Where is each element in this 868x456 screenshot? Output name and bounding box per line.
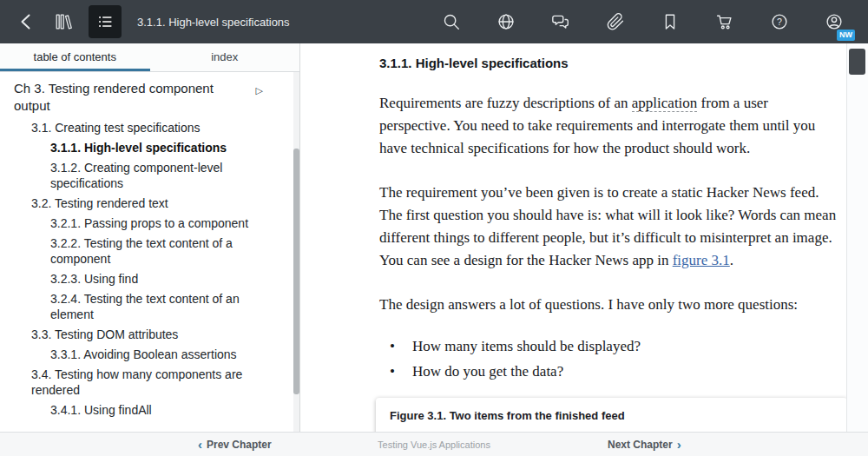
toc-item-chapter-3[interactable]: Ch 3. Testing rendered component output … [14,80,268,115]
toc-item-label: Ch 3. Testing rendered component output [14,81,214,113]
topbar-actions: ? NW [433,6,868,37]
next-chapter-button[interactable]: Next Chapter › [608,433,681,456]
discussions-button[interactable] [545,6,576,37]
table-of-contents: Ch 3. Testing rendered component output … [0,72,293,432]
toc-item-3-2[interactable]: 3.2. Testing rendered text [14,195,268,211]
glossary-term-application[interactable]: application [632,95,698,112]
back-button[interactable] [11,6,43,37]
sidebar-scrollbar-thumb[interactable] [293,149,299,394]
figure-3-1-link[interactable]: figure 3.1 [673,252,730,268]
tab-index[interactable]: index [150,43,300,71]
topbar: 3.1.1. High-level specifications [0,0,868,43]
question-circle-icon: ? [770,12,789,31]
toc-item-3-4-1[interactable]: 3.4.1. Using findAll [14,402,268,418]
search-icon [442,12,461,31]
livebook-reader: 3.1.1. High-level specifications [0,0,868,456]
toc-item-3-3[interactable]: 3.3. Testing DOM attributes [14,327,268,342]
svg-text:?: ? [777,17,782,27]
section-heading: 3.1.1. High-level specifications [379,56,842,70]
page-title: 3.1.1. High-level specifications [137,16,290,29]
toc-item-3-2-1[interactable]: 3.2.1. Passing props to a component [14,215,268,231]
speech-bubbles-icon [551,12,570,31]
paperclip-icon [606,12,625,31]
questions-list: How many items should be displayed? How … [379,335,841,383]
globe-icon [496,12,516,31]
footer-bar: ‹ Prev Chapter Testing Vue.js Applicatio… [0,432,868,456]
sidebar-scrollbar[interactable] [293,72,299,432]
tab-table-of-contents[interactable]: table of contents [0,43,150,71]
paragraph-1-text: Requirements are fuzzy descriptions of a… [379,95,632,111]
toc-item-3-2-2[interactable]: 3.2.2. Testing the text content of a com… [14,235,268,267]
paragraph-2-text-cont: . [730,252,733,268]
content-scrollbar-thumb[interactable] [849,49,865,75]
sidebar: table of contents index Ch 3. Testing re… [0,43,300,432]
toc-item-3-3-1[interactable]: 3.3.1. Avoiding Boolean assertions [14,347,268,362]
account-button[interactable]: NW [819,6,850,37]
toc-item-3-2-4[interactable]: 3.2.4. Testing the text content of an el… [14,291,268,322]
list-item: How many items should be displayed? [390,335,841,358]
sidebar-tabs: table of contents index [0,43,299,72]
language-button[interactable] [490,6,522,37]
prev-chapter-label: Prev Chapter [207,439,272,451]
bookshelf-icon [54,12,73,31]
content-scrollbar[interactable] [846,43,868,432]
account-badge: NW [837,30,855,41]
chevron-left-icon: ‹ [198,438,202,451]
reading-pane: 3.1.1. High-level specifications Require… [301,43,868,432]
bookmark-button[interactable] [654,6,686,37]
person-circle-icon [825,12,844,31]
figure-caption: Figure 3.1. Two items from the finished … [390,409,833,422]
cart-button[interactable] [709,6,740,37]
figure-card: Figure 3.1. Two items from the finished … [376,398,847,432]
prev-chapter-button[interactable]: ‹ Prev Chapter [198,433,272,456]
help-button[interactable]: ? [764,6,795,37]
paragraph-2: The requirement you’ve been given is to … [379,182,842,272]
paragraph-2-text: The requirement you’ve been given is to … [379,184,836,268]
toc-item-3-1-1-current[interactable]: 3.1.1. High-level specifications [14,140,268,155]
toc-item-3-4[interactable]: 3.4. Testing how many components are ren… [14,367,268,398]
toc-toggle-button[interactable] [89,5,122,38]
chevron-right-icon: › [677,438,681,451]
book-title: Testing Vue.js Applications [378,433,490,456]
toc-item-3-1[interactable]: 3.1. Creating test specifications [14,120,268,135]
paragraph-1: Requirements are fuzzy descriptions of a… [379,92,842,160]
toc-item-3-2-3[interactable]: 3.2.3. Using find [14,271,268,287]
chevron-left-icon [16,11,37,32]
expand-chapter-icon[interactable]: ▷ [256,82,263,99]
shopping-cart-icon [715,12,734,31]
paragraph-3: The design answers a lot of questions. I… [379,294,842,316]
search-button[interactable] [436,6,467,37]
library-button[interactable] [48,6,79,37]
toc-item-3-1-2[interactable]: 3.1.2. Creating component-level specific… [14,160,268,191]
list-icon [95,12,115,31]
attachments-button[interactable] [600,6,631,37]
list-item: How do you get the data? [390,360,841,383]
bookmark-icon [661,12,680,31]
next-chapter-label: Next Chapter [608,439,673,451]
